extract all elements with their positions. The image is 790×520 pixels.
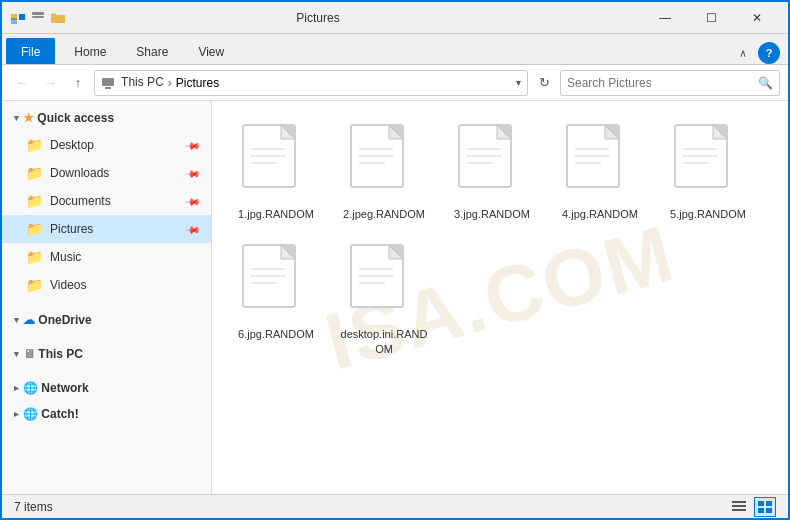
quick-access-label: Quick access: [37, 111, 114, 125]
search-box[interactable]: 🔍: [560, 70, 780, 96]
file-item-5[interactable]: 5.jpg.RANDOM: [658, 115, 758, 227]
svg-rect-5: [102, 78, 114, 86]
sidebar-item-network[interactable]: ▸ 🌐 Network: [2, 375, 211, 401]
file-icon-2: [349, 123, 419, 203]
sidebar-label-pictures: Pictures: [50, 222, 93, 236]
sidebar-label-videos: Videos: [50, 278, 86, 292]
up-button[interactable]: ↑: [66, 71, 90, 95]
svg-rect-51: [732, 509, 746, 511]
ribbon: File Home Share View ∧ ?: [2, 34, 788, 65]
chevron-icon: ▾: [14, 349, 19, 359]
catch-label: Catch!: [41, 407, 78, 421]
pin-icon-documents: 📌: [185, 193, 201, 209]
status-bar: 7 items: [2, 494, 788, 518]
tab-home[interactable]: Home: [59, 38, 121, 64]
file-name-4: 4.jpg.RANDOM: [562, 207, 638, 221]
sidebar-section-quick-access[interactable]: ▾ ★ Quick access: [2, 105, 211, 131]
sidebar-item-onedrive[interactable]: ▾ ☁ OneDrive: [2, 307, 211, 333]
file-icon-1: [241, 123, 311, 203]
file-area: ISA.COM 1.jpg.RANDOM: [212, 101, 788, 494]
folder-icon: 📁: [26, 137, 44, 153]
svg-rect-53: [766, 501, 772, 506]
file-item-2[interactable]: 2.jpeg.RANDOM: [334, 115, 434, 227]
sidebar-label-documents: Documents: [50, 194, 111, 208]
svg-rect-55: [766, 508, 772, 513]
svg-rect-50: [732, 505, 746, 507]
file-item-3[interactable]: 3.jpg.RANDOM: [442, 115, 542, 227]
sidebar-item-videos[interactable]: 📁 Videos: [2, 271, 211, 299]
forward-button[interactable]: →: [38, 71, 62, 95]
catch-icon: 🌐: [23, 407, 38, 421]
back-button[interactable]: ←: [10, 71, 34, 95]
pin-icon-pictures: 📌: [185, 221, 201, 237]
item-count: 7: [14, 500, 21, 514]
file-item-4[interactable]: 4.jpg.RANDOM: [550, 115, 650, 227]
thispc-icon: 🖥: [23, 347, 35, 361]
sidebar-label-downloads: Downloads: [50, 166, 109, 180]
sidebar-divider-2: [2, 333, 211, 341]
file-name-6: 6.jpg.RANDOM: [238, 327, 314, 341]
list-view-button[interactable]: [728, 497, 750, 517]
file-item-7[interactable]: desktop.ini.RANDOM: [334, 235, 434, 362]
window: Pictures — ☐ ✕ File Home Share View ∧ ? …: [0, 0, 790, 520]
network-label: Network: [41, 381, 88, 395]
tab-share[interactable]: Share: [121, 38, 183, 64]
view-controls: [728, 497, 776, 517]
file-icon-3: [457, 123, 527, 203]
main-content: ▾ ★ Quick access 📁 Desktop 📌 📁 Downloads…: [2, 101, 788, 494]
search-icon: 🔍: [758, 76, 773, 90]
file-item-6[interactable]: 6.jpg.RANDOM: [226, 235, 326, 362]
quick-access-star-icon: ★: [23, 111, 34, 125]
file-name-1: 1.jpg.RANDOM: [238, 207, 314, 221]
address-dropdown-icon[interactable]: ▾: [516, 77, 521, 88]
file-name-5: 5.jpg.RANDOM: [670, 207, 746, 221]
tab-view[interactable]: View: [183, 38, 239, 64]
address-bar: ← → ↑ This PC › Pictures ▾ ↻ 🔍: [2, 65, 788, 101]
search-input[interactable]: [567, 76, 758, 90]
onedrive-label: OneDrive: [38, 313, 91, 327]
folder-icon: 📁: [26, 221, 44, 237]
address-path[interactable]: This PC › Pictures ▾: [94, 70, 528, 96]
file-icon-4: [565, 123, 635, 203]
network-icon: 🌐: [23, 381, 38, 395]
sidebar-item-desktop[interactable]: 📁 Desktop 📌: [2, 131, 211, 159]
chevron-icon: ▾: [14, 315, 19, 325]
title-bar-title: Pictures: [0, 11, 642, 25]
ribbon-collapse-icon[interactable]: ∧: [732, 42, 754, 64]
chevron-icon: ▸: [14, 409, 19, 419]
file-icon-6: [241, 243, 311, 323]
grid-view-button[interactable]: [754, 497, 776, 517]
folder-icon: 📁: [26, 277, 44, 293]
file-name-7: desktop.ini.RANDOM: [338, 327, 430, 356]
refresh-button[interactable]: ↻: [532, 71, 556, 95]
onedrive-icon: ☁: [23, 313, 35, 327]
sidebar-item-catch[interactable]: ▸ 🌐 Catch!: [2, 401, 211, 427]
file-grid: 1.jpg.RANDOM 2.jpeg.RAND: [222, 111, 778, 366]
sidebar-item-music[interactable]: 📁 Music: [2, 243, 211, 271]
sidebar-item-pictures[interactable]: 📁 Pictures 📌: [2, 215, 211, 243]
address-current: Pictures: [176, 76, 219, 90]
items-label: items: [24, 500, 53, 514]
sidebar-item-documents[interactable]: 📁 Documents 📌: [2, 187, 211, 215]
sidebar-item-thispc[interactable]: ▾ 🖥 This PC: [2, 341, 211, 367]
title-bar-controls: — ☐ ✕: [642, 2, 780, 34]
ribbon-right: ∧ ?: [732, 42, 784, 64]
minimize-button[interactable]: —: [642, 2, 688, 34]
close-button[interactable]: ✕: [734, 2, 780, 34]
thispc-label: This PC: [38, 347, 83, 361]
maximize-button[interactable]: ☐: [688, 2, 734, 34]
file-item-1[interactable]: 1.jpg.RANDOM: [226, 115, 326, 227]
file-icon-7: [349, 243, 419, 323]
path-separator-1: ›: [168, 76, 172, 90]
sidebar-label-desktop: Desktop: [50, 138, 94, 152]
chevron-icon: ▸: [14, 383, 19, 393]
chevron-icon: ▾: [14, 113, 19, 123]
file-name-2: 2.jpeg.RANDOM: [343, 207, 425, 221]
ribbon-tabs: File Home Share View ∧ ?: [2, 34, 788, 64]
folder-icon: 📁: [26, 193, 44, 209]
sidebar-divider-3: [2, 367, 211, 375]
help-icon[interactable]: ?: [758, 42, 780, 64]
sidebar-item-downloads[interactable]: 📁 Downloads 📌: [2, 159, 211, 187]
sidebar-divider-1: [2, 299, 211, 307]
tab-file[interactable]: File: [6, 38, 55, 64]
